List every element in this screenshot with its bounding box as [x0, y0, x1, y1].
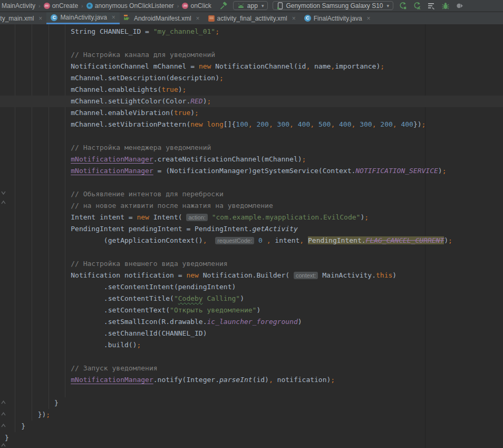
tab-activity-main-xml[interactable]: activity_main.xml × [0, 12, 46, 24]
code-line[interactable]: .setSmallIcon(R.drawable.ic_launcher_for… [0, 316, 503, 328]
code-line[interactable]: .setContentIntent(pendingIntent) [0, 281, 503, 293]
code-line[interactable] [0, 37, 503, 49]
tab-mainactivity-java[interactable]: C MainActivity.java × [46, 12, 120, 24]
code-line[interactable]: // Настройка канала для уведомлений [0, 49, 503, 61]
navigation-bar: MainActivity › m onCreate › anonymous On… [0, 0, 503, 12]
chevron-down-icon: ▾ [262, 3, 264, 8]
xml-file-icon [208, 15, 215, 22]
device-label: Genymotion Samsung Galaxy S10 [286, 2, 383, 9]
chevron-down-icon: ▾ [387, 3, 390, 8]
close-icon[interactable]: × [292, 15, 296, 22]
code-line[interactable]: (getApplicationContext(), requestCode: 0… [0, 235, 503, 246]
code-line[interactable] [0, 177, 503, 188]
breadcrumb-label: MainActivity [2, 2, 35, 9]
code-line[interactable]: } [0, 421, 503, 432]
editor-tabs: activity_main.xml × C MainActivity.java … [0, 12, 503, 24]
code-line[interactable]: }); [0, 409, 503, 421]
svg-text:A: A [418, 6, 421, 10]
device-selector[interactable]: Genymotion Samsung Galaxy S10 ▾ [273, 1, 393, 10]
code-line[interactable]: mChannel.setDescription(description); [0, 72, 503, 84]
code-line[interactable]: mChannel.enableVibration(true); [0, 107, 503, 119]
code-line[interactable] [0, 386, 503, 397]
code-line[interactable]: .setContentTitle("Codeby Calling") [0, 293, 503, 304]
code-line[interactable]: mChannel.setLightColor(Color.RED); [0, 96, 503, 107]
close-icon[interactable]: × [112, 14, 115, 21]
android-studio-window: MainActivity › m onCreate › anonymous On… [0, 0, 503, 448]
code-line[interactable]: PendingIntent pendingIntent = PendingInt… [0, 223, 503, 235]
apply-changes-icon[interactable] [399, 2, 407, 10]
breadcrumb-label: onCreate [52, 2, 78, 9]
code-line[interactable]: NotificationChannel mChannel = new Notif… [0, 61, 503, 72]
build-hammer-icon[interactable] [219, 1, 228, 11]
breadcrumb-separator: › [177, 3, 179, 9]
breadcrumb-onclick[interactable]: m onClick [182, 2, 211, 9]
code-line[interactable]: String CHANNEL_ID = "my_channel_01"; [0, 26, 503, 37]
tab-activity-final-acttivity-xml[interactable]: activity_final_acttivity.xml × [204, 12, 300, 24]
code-line[interactable]: mNotificationManager.createNotificationC… [0, 154, 503, 165]
manifest-icon-letters: MF [124, 16, 129, 21]
breadcrumb: MainActivity › m onCreate › anonymous On… [2, 2, 211, 9]
breadcrumb-anonymous-class[interactable]: anonymous OnClickListener [86, 2, 174, 9]
code-line[interactable]: // на новое активити после нажатия на ув… [0, 200, 503, 212]
attach-debugger-icon[interactable] [456, 2, 464, 10]
debug-icon[interactable] [441, 2, 450, 10]
tab-label: FinalActtivity.java [314, 15, 362, 22]
code-line[interactable]: // Обьявление интентов для переброски [0, 188, 503, 200]
method-icon: m [44, 3, 50, 9]
tab-label: AndroidManifest.xml [134, 15, 191, 22]
java-class-icon: C [304, 15, 311, 22]
code-text-area[interactable]: String CHANNEL_ID = "my_channel_01"; // … [0, 26, 503, 444]
code-line[interactable]: mNotificationManager.notify(Integer.pars… [0, 374, 503, 386]
breadcrumb-label: anonymous OnClickListener [95, 2, 174, 9]
code-line[interactable]: // Настройка внешнего вида уведомления [0, 258, 503, 270]
device-icon [277, 2, 283, 9]
tab-finalacttivity-java[interactable]: C FinalActtivity.java × [300, 12, 375, 24]
close-icon[interactable]: × [196, 15, 200, 22]
breadcrumb-separator: › [81, 3, 83, 9]
code-line[interactable] [0, 246, 503, 258]
close-icon[interactable]: × [38, 15, 42, 22]
android-icon [237, 3, 245, 8]
tab-label: MainActivity.java [60, 14, 107, 21]
breadcrumb-oncreate[interactable]: m onCreate [44, 2, 78, 9]
breadcrumb-class[interactable]: MainActivity [2, 2, 35, 9]
code-line[interactable]: mNotificationManager = (NotificationMana… [0, 165, 503, 177]
method-icon: m [182, 3, 188, 9]
tab-label: activity_main.xml [0, 15, 34, 22]
code-line[interactable]: .setContentText("Открыть уведомление") [0, 304, 503, 316]
profiler-icon[interactable] [427, 2, 436, 10]
run-actions: A [399, 2, 464, 10]
apply-code-changes-icon[interactable]: A [413, 2, 421, 10]
manifest-file-icon: MF [124, 15, 131, 22]
code-editor[interactable]: String CHANNEL_ID = "my_channel_01"; // … [0, 24, 503, 448]
code-line[interactable]: Notification notification = new Notifica… [0, 270, 503, 281]
anonymous-class-icon [86, 3, 93, 9]
code-line[interactable]: // Запуск уведомления [0, 363, 503, 374]
close-icon[interactable]: × [367, 15, 371, 22]
code-line[interactable]: .build(); [0, 339, 503, 351]
code-line[interactable]: } [0, 432, 503, 444]
tab-androidmanifest-xml[interactable]: MF AndroidManifest.xml × [120, 12, 204, 24]
code-line[interactable]: mChannel.setVibrationPattern(new long[]{… [0, 119, 503, 130]
run-config-label: app [247, 2, 258, 9]
code-line[interactable] [0, 130, 503, 142]
code-line[interactable]: } [0, 397, 503, 409]
java-class-icon: C [51, 14, 57, 21]
code-line[interactable] [0, 351, 503, 363]
breadcrumb-label: onClick [190, 2, 211, 9]
breadcrumb-separator: › [38, 3, 41, 9]
code-line[interactable]: mChannel.enableLights(true); [0, 84, 503, 96]
code-line[interactable]: // Настройка менеджера уведомлений [0, 142, 503, 154]
code-line[interactable]: Intent intent = new Intent( action: "com… [0, 212, 503, 223]
tab-label: activity_final_acttivity.xml [217, 15, 287, 22]
code-line[interactable]: .setChannelId(CHANNEL_ID) [0, 328, 503, 339]
run-config-selector[interactable]: app ▾ [233, 1, 268, 10]
